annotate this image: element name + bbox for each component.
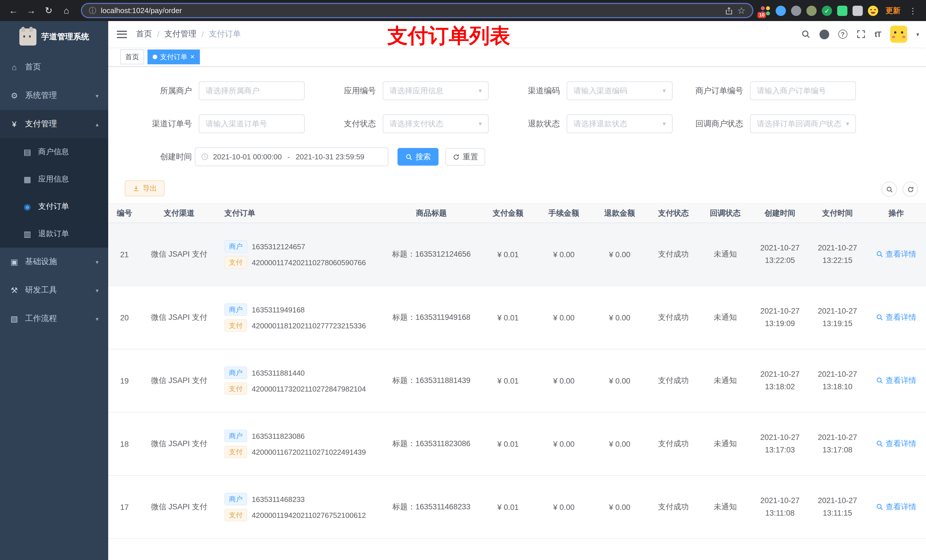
- forward-icon[interactable]: →: [23, 3, 39, 18]
- table-row[interactable]: 17 微信 JSAPI 支付 商户1635311468233 支付4200001…: [108, 475, 926, 539]
- sidebar-item-home[interactable]: ⌂ 首页: [0, 53, 108, 82]
- fullscreen-icon[interactable]: [856, 30, 865, 39]
- table-row[interactable]: 19 微信 JSAPI 支付 商户1635311881440 支付4200001…: [108, 349, 926, 412]
- url-text[interactable]: localhost:1024/pay/order: [101, 6, 720, 15]
- merchant-tag: 商户: [224, 367, 247, 379]
- filter-label-notify-status: 回调商户状态: [662, 115, 743, 133]
- sidebar-item-payment[interactable]: ¥ 支付管理 ▴: [0, 110, 108, 138]
- github-icon[interactable]: [820, 29, 829, 39]
- avatar-caret-icon[interactable]: ▾: [916, 31, 919, 37]
- table-row[interactable]: 20 微信 JSAPI 支付 商户1635311949168 支付4200001…: [108, 286, 926, 349]
- extension-drop-icon[interactable]: [776, 5, 786, 16]
- view-detail-link[interactable]: 查看详情: [866, 475, 926, 539]
- chevron-down-icon: ▾: [96, 259, 98, 265]
- sidebar-item-refund-order[interactable]: ▥ 退款订单: [0, 220, 108, 248]
- filter-label-merchant-order-no: 商户订单编号: [662, 82, 743, 100]
- search-icon: [876, 314, 883, 321]
- collapse-sidebar-icon[interactable]: [117, 30, 127, 38]
- page-title: 支付订单列表: [387, 22, 510, 50]
- site-info-icon[interactable]: ⓘ: [89, 5, 96, 16]
- extension-pin-icon[interactable]: [853, 5, 863, 16]
- extension-square-icon[interactable]: [837, 5, 847, 16]
- close-icon[interactable]: ×: [190, 53, 195, 60]
- search-icon: [886, 186, 893, 193]
- download-icon: [132, 185, 139, 192]
- sidebar-item-pay-order[interactable]: ◉ 支付订单: [0, 193, 108, 220]
- sidebar-item-workflow[interactable]: ▧ 工作流程 ▾: [0, 305, 108, 333]
- merchant-order-no-input[interactable]: 请输入商户订单编号: [750, 82, 856, 100]
- logo-image: [19, 29, 36, 45]
- pay-tag: 支付: [224, 319, 247, 332]
- home-icon[interactable]: ⌂: [59, 3, 74, 18]
- extension-gray-icon[interactable]: [791, 5, 801, 16]
- merchant-select[interactable]: 请选择所属商户: [199, 82, 305, 100]
- extension-check-icon[interactable]: ✓: [822, 5, 832, 16]
- filter-label-create-time: 创建时间: [111, 147, 192, 166]
- notify-status-select[interactable]: 请选择订单回调商户状态 ▾: [750, 115, 856, 133]
- screen: ← → ↻ ⌂ ⓘ localhost:1024/pay/order ☆ 10 …: [0, 0, 926, 560]
- share-icon[interactable]: [725, 6, 733, 15]
- breadcrumb-current: 支付订单: [209, 29, 241, 39]
- breadcrumb-home[interactable]: 首页: [136, 29, 152, 39]
- card-icon: ▤: [23, 147, 32, 157]
- chevron-down-icon: ▾: [96, 92, 98, 99]
- search-icon[interactable]: [801, 30, 810, 39]
- browser-menu-icon[interactable]: ⋮: [908, 6, 918, 15]
- view-detail-link[interactable]: 查看详情: [866, 349, 926, 412]
- date-start[interactable]: 2021-10-01 00:00:00: [213, 152, 281, 161]
- sidebar-item-system[interactable]: ⚙ 系统管理 ▾: [0, 82, 108, 110]
- app-no-select[interactable]: 请选择应用信息 ▾: [383, 82, 489, 100]
- search-icon: [876, 503, 883, 511]
- pay-status-select[interactable]: 请选择支付状态 ▾: [383, 115, 489, 133]
- export-button[interactable]: 导出: [125, 180, 165, 196]
- reload-icon[interactable]: ↻: [41, 3, 56, 18]
- date-end[interactable]: 2021-10-31 23:59:59: [295, 152, 364, 161]
- header-actions: ? tT ▾: [801, 21, 920, 47]
- tab-home[interactable]: 首页: [120, 49, 144, 64]
- back-icon[interactable]: ←: [6, 3, 21, 18]
- filter-label-refund-status: 退款状态: [479, 115, 560, 133]
- bookmark-star-icon[interactable]: ☆: [737, 5, 746, 16]
- refresh-table-button[interactable]: [903, 181, 918, 197]
- view-detail-link[interactable]: 查看详情: [866, 412, 926, 475]
- pay-tag: 支付: [224, 382, 247, 395]
- home-icon: ⌂: [10, 63, 19, 72]
- extension-dots-icon[interactable]: 10: [760, 5, 770, 16]
- view-detail-link[interactable]: 查看详情: [866, 286, 926, 349]
- refund-status-select[interactable]: 请选择退款状态 ▾: [567, 115, 673, 133]
- create-time-range-picker[interactable]: 2021-10-01 00:00:00 - 2021-10-31 23:59:5…: [195, 147, 388, 166]
- table-row-partial[interactable]: 商户1635311157136: [108, 539, 926, 560]
- breadcrumb-payment[interactable]: 支付管理: [165, 29, 197, 39]
- search-button[interactable]: 搜索: [398, 148, 439, 166]
- font-size-icon[interactable]: tT: [875, 30, 881, 39]
- app-title: 芋道管理系统: [41, 32, 89, 42]
- sidebar-item-merchant-info[interactable]: ▤ 商户信息: [0, 138, 108, 166]
- payment-submenu: ▤ 商户信息 ▦ 应用信息 ◉ 支付订单 ▥ 退款订单: [0, 138, 108, 248]
- sidebar-item-devtools[interactable]: ⚒ 研发工具 ▾: [0, 276, 108, 305]
- url-bar[interactable]: ⓘ localhost:1024/pay/order ☆: [81, 3, 754, 18]
- channel-code-select[interactable]: 请输入渠道编码 ▾: [567, 82, 673, 100]
- chevron-down-icon: ▾: [96, 287, 98, 293]
- table-row[interactable]: 18 微信 JSAPI 支付 商户1635311823086 支付4200001…: [108, 412, 926, 475]
- tags-view-bar: 首页 支付订单 ×: [108, 47, 926, 66]
- profile-emoji-icon[interactable]: [868, 5, 878, 16]
- view-detail-link[interactable]: 查看详情: [866, 223, 926, 286]
- table-row[interactable]: 21 微信 JSAPI 支付 商户1635312124657 支付4200001…: [108, 223, 926, 286]
- user-avatar[interactable]: [890, 26, 907, 43]
- toggle-search-button[interactable]: [882, 181, 897, 197]
- search-icon: [876, 377, 883, 385]
- sidebar-item-app-info[interactable]: ▦ 应用信息: [0, 166, 108, 193]
- app-logo[interactable]: 芋道管理系统: [0, 21, 108, 53]
- tab-pay-order[interactable]: 支付订单 ×: [147, 49, 200, 64]
- table-header-row: 编号 支付渠道 支付订单 商品标题 支付金额 手续金额 退款金额 支付状态 回调…: [108, 204, 926, 223]
- reset-button[interactable]: 重置: [445, 148, 485, 166]
- search-icon: [405, 153, 412, 160]
- channel-order-no-input[interactable]: 请输入渠道订单号: [199, 115, 305, 133]
- extension-olive-icon[interactable]: [806, 5, 817, 16]
- pay-tag: 支付: [224, 256, 247, 269]
- merchant-tag: 商户: [224, 240, 247, 253]
- update-button[interactable]: 更新: [883, 5, 903, 16]
- sidebar-item-infra[interactable]: ▣ 基础设施 ▾: [0, 248, 108, 276]
- help-icon[interactable]: ?: [838, 30, 847, 39]
- document-icon: ▥: [23, 229, 32, 238]
